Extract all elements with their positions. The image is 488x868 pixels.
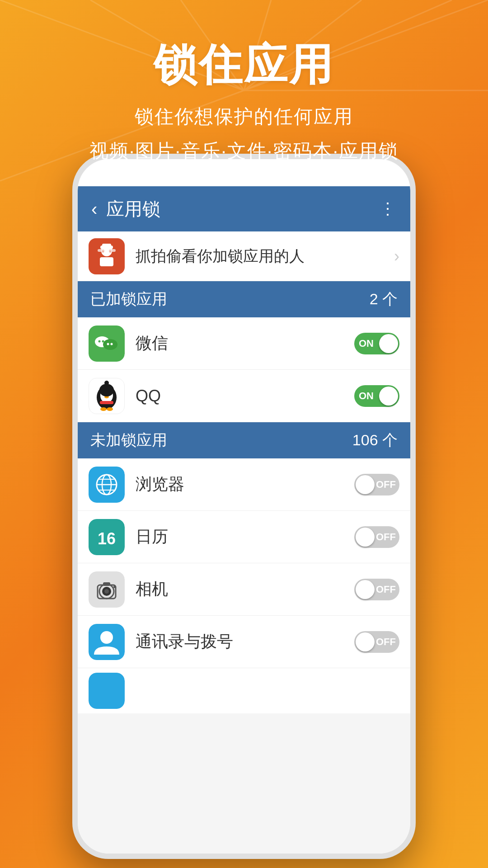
spy-label: 抓拍偷看你加锁应用的人 <box>136 246 394 267</box>
unlocked-section-header: 未加锁应用 106 个 <box>78 422 410 458</box>
qq-icon <box>89 378 124 414</box>
more-options-button[interactable]: ⋮ <box>380 199 397 218</box>
calendar-app-name: 日历 <box>136 526 354 548</box>
contacts-app-row: 通讯录与拨号 OFF <box>78 616 410 668</box>
contacts-toggle-thumb <box>356 632 375 651</box>
phone-mockup: ‹ 应用锁 ⋮ <box>72 154 416 859</box>
spy-icon-wrap <box>89 238 125 274</box>
qq-app-row: QQ ON <box>78 370 410 422</box>
svg-point-34 <box>104 381 109 385</box>
svg-rect-13 <box>98 249 116 252</box>
wechat-toggle-thumb <box>379 334 398 353</box>
partial-icon-wrap <box>89 673 125 709</box>
svg-point-49 <box>113 585 116 588</box>
camera-toggle-label: OFF <box>376 584 396 595</box>
svg-rect-15 <box>102 244 111 246</box>
camera-toggle-thumb <box>356 580 375 599</box>
contacts-app-name: 通讯录与拨号 <box>136 631 354 653</box>
svg-rect-10 <box>100 257 113 266</box>
browser-icon-wrap <box>89 467 125 503</box>
browser-toggle[interactable]: OFF <box>354 474 399 495</box>
locked-section-header: 已加锁应用 2 个 <box>78 281 410 317</box>
back-button[interactable]: ‹ <box>91 199 97 219</box>
camera-icon-wrap <box>89 571 125 608</box>
calendar-toggle-thumb <box>356 528 375 547</box>
svg-point-32 <box>107 407 113 411</box>
svg-point-18 <box>103 339 117 350</box>
contacts-toggle[interactable]: OFF <box>354 631 399 653</box>
camera-icon <box>89 571 125 608</box>
main-title: 锁住应用 <box>0 36 488 95</box>
svg-text:16: 16 <box>98 529 116 548</box>
camera-toggle[interactable]: OFF <box>354 579 399 600</box>
qq-app-name: QQ <box>136 387 354 406</box>
qq-toggle-label: ON <box>359 390 374 402</box>
camera-app-row: 相机 OFF <box>78 563 410 616</box>
spy-icon <box>93 243 120 270</box>
sub-title-1: 锁住你想保护的任何应用 <box>0 104 488 129</box>
qq-toggle-wrap: ON <box>354 385 399 407</box>
camera-toggle-wrap: OFF <box>354 579 399 600</box>
calendar-app-row: 16 日历 OFF <box>78 511 410 563</box>
spy-row[interactable]: 抓拍偷看你加锁应用的人 › <box>78 231 410 281</box>
browser-icon <box>89 467 125 503</box>
unlocked-section-title: 未加锁应用 <box>90 430 352 451</box>
browser-app-row: 浏览器 OFF <box>78 458 410 511</box>
wechat-toggle-label: ON <box>359 338 374 349</box>
wechat-app-name: 微信 <box>136 332 354 354</box>
svg-point-51 <box>100 631 113 644</box>
sub-title-2: 视频·图片·音乐·文件·密码本·应用锁 <box>0 138 488 164</box>
app-header-title: 应用锁 <box>106 197 380 222</box>
calendar-toggle-label: OFF <box>376 531 396 543</box>
wechat-icon-wrap <box>89 326 125 362</box>
contacts-icon <box>89 624 125 660</box>
qq-toggle-thumb <box>379 387 398 406</box>
partial-icon <box>89 673 125 709</box>
calendar-icon-wrap: 16 <box>89 519 125 555</box>
camera-app-name: 相机 <box>136 578 354 600</box>
calendar-toggle[interactable]: OFF <box>354 526 399 548</box>
browser-toggle-wrap: OFF <box>354 474 399 495</box>
partial-app-row <box>78 668 410 713</box>
spy-chevron: › <box>394 247 399 266</box>
browser-toggle-thumb <box>356 475 375 494</box>
svg-point-20 <box>102 340 104 342</box>
svg-point-33 <box>99 384 114 396</box>
app-content: 抓拍偷看你加锁应用的人 › 已加锁应用 2 个 <box>78 231 410 854</box>
svg-point-21 <box>107 343 109 345</box>
svg-point-19 <box>99 340 101 342</box>
svg-point-46 <box>104 589 109 594</box>
svg-rect-52 <box>89 673 125 709</box>
svg-rect-30 <box>100 401 113 404</box>
contacts-toggle-label: OFF <box>376 636 396 648</box>
locked-section-title: 已加锁应用 <box>90 289 370 310</box>
svg-point-22 <box>111 343 113 345</box>
wechat-app-row: 微信 ON <box>78 317 410 370</box>
calendar-icon: 16 <box>89 519 125 555</box>
svg-point-31 <box>100 407 107 411</box>
contacts-toggle-wrap: OFF <box>354 631 399 653</box>
unlocked-section-count: 106 个 <box>352 430 398 451</box>
locked-section-count: 2 个 <box>370 289 398 310</box>
wechat-toggle[interactable]: ON <box>354 333 399 354</box>
browser-app-name: 浏览器 <box>136 473 354 495</box>
qq-toggle[interactable]: ON <box>354 385 399 407</box>
wechat-toggle-wrap: ON <box>354 333 399 354</box>
calendar-toggle-wrap: OFF <box>354 526 399 548</box>
browser-toggle-label: OFF <box>376 479 396 491</box>
svg-rect-48 <box>103 582 110 586</box>
app-header: ‹ 应用锁 ⋮ <box>78 186 410 231</box>
contacts-icon-wrap <box>89 624 125 660</box>
wechat-icon <box>89 326 125 362</box>
qq-icon-wrap <box>89 378 125 414</box>
